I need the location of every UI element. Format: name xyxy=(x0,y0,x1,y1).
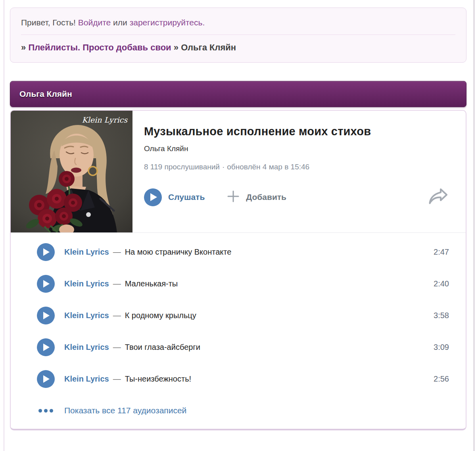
track-artist-link[interactable]: Klein Lyrics xyxy=(64,343,109,351)
play-icon[interactable] xyxy=(37,275,55,293)
track-title[interactable]: На мою страничку Вконтакте xyxy=(125,248,232,256)
show-all-label: Показать все 117 аудиозаписей xyxy=(64,406,186,415)
track-text: Klein Lyrics—Маленькая-ты xyxy=(64,279,178,288)
track-row[interactable]: Klein Lyrics—Твои глаза-айсберги 3:09 xyxy=(11,331,466,363)
track-list: Klein Lyrics—На мою страничку Вконтакте … xyxy=(11,233,466,429)
track-row[interactable]: Klein Lyrics—К родному крыльцу 3:58 xyxy=(11,299,466,331)
track-artist-link[interactable]: Klein Lyrics xyxy=(64,311,109,320)
track-row[interactable]: Klein Lyrics—Ты-неизбежность! 2:56 xyxy=(11,363,466,395)
track-text: Klein Lyrics—На мою страничку Вконтакте xyxy=(64,248,231,257)
show-all-button[interactable]: Показать все 117 аудиозаписей xyxy=(11,395,466,426)
listens-count: 8 119 прослушиваний xyxy=(144,163,220,171)
register-link[interactable]: зарегистрируйтесь. xyxy=(130,18,205,27)
dots-icon xyxy=(37,409,55,413)
breadcrumb-separator: » xyxy=(21,42,26,52)
add-button[interactable]: Добавить xyxy=(227,190,286,204)
greeting-line: Привет, Гость! Войдите или зарегистрируй… xyxy=(21,16,455,35)
track-dash: — xyxy=(109,248,125,256)
track-dash: — xyxy=(109,311,125,320)
playlist-stats: 8 119 прослушиваний·обновлён 4 мар в 15:… xyxy=(144,163,450,171)
track-duration: 3:58 xyxy=(434,311,449,320)
track-artist-link[interactable]: Klein Lyrics xyxy=(64,374,109,383)
section-title: Ольга Кляйн xyxy=(19,89,72,99)
track-text: Klein Lyrics—К родному крыльцу xyxy=(64,311,196,320)
playlist-header: Klein Lyrics Музыкальное исполнение моих… xyxy=(11,111,466,233)
track-dash: — xyxy=(109,343,125,351)
play-icon xyxy=(144,188,162,206)
play-icon[interactable] xyxy=(37,370,55,388)
greeting-text: Привет, Гость! xyxy=(21,18,76,27)
playlist-title: Музыкальное исполнение моих стихов xyxy=(144,125,450,138)
play-icon[interactable] xyxy=(37,243,55,261)
track-duration: 3:09 xyxy=(434,343,449,352)
track-title[interactable]: Маленькая-ты xyxy=(125,279,178,288)
breadcrumb-playlists-link[interactable]: Плейлисты. Просто добавь свои xyxy=(28,42,171,52)
track-artist-link[interactable]: Klein Lyrics xyxy=(64,248,109,256)
playlist-actions: Слушать Добавить xyxy=(144,187,450,207)
section-header-bar: Ольга Кляйн xyxy=(10,81,466,107)
listen-button[interactable]: Слушать xyxy=(144,188,205,206)
track-row[interactable]: Klein Lyrics—На мою страничку Вконтакте … xyxy=(11,236,466,268)
cover-watermark-text: Klein Lyrics xyxy=(82,115,128,125)
breadcrumb-separator: » xyxy=(174,42,178,52)
play-icon[interactable] xyxy=(37,338,55,356)
add-button-label: Добавить xyxy=(246,192,286,202)
share-icon xyxy=(428,187,449,207)
breadcrumb: » Плейлисты. Просто добавь свои » Ольга … xyxy=(21,35,455,54)
plus-icon xyxy=(227,190,240,204)
login-link[interactable]: Войдите xyxy=(78,18,111,27)
track-duration: 2:56 xyxy=(434,374,449,384)
updated-text: обновлён 4 мар в 15:46 xyxy=(227,163,309,171)
track-text: Klein Lyrics—Твои глаза-айсберги xyxy=(64,343,200,352)
track-title[interactable]: К родному крыльцу xyxy=(125,311,196,320)
greeting-breadcrumb-box: Привет, Гость! Войдите или зарегистрируй… xyxy=(10,8,466,63)
track-text: Klein Lyrics—Ты-неизбежность! xyxy=(64,374,191,384)
track-row[interactable]: Klein Lyrics—Маленькая-ты 2:40 xyxy=(11,268,466,299)
listen-button-label: Слушать xyxy=(168,192,205,202)
track-dash: — xyxy=(109,374,125,383)
track-duration: 2:40 xyxy=(434,279,449,288)
breadcrumb-current: Ольга Кляйн xyxy=(181,42,236,52)
stats-separator: · xyxy=(220,163,227,171)
track-artist-link[interactable]: Klein Lyrics xyxy=(64,279,109,288)
play-icon[interactable] xyxy=(37,307,55,324)
track-title[interactable]: Ты-неизбежность! xyxy=(125,374,191,383)
track-dash: — xyxy=(109,279,125,288)
greeting-or: или xyxy=(113,18,127,27)
page-content: Привет, Гость! Войдите или зарегистрируй… xyxy=(0,8,476,430)
playlist-info: Музыкальное исполнение моих стихов Ольга… xyxy=(132,111,466,232)
playlist-card: Klein Lyrics Музыкальное исполнение моих… xyxy=(10,110,466,430)
playlist-artist: Ольга Кляйн xyxy=(144,144,450,153)
share-button[interactable] xyxy=(428,187,449,207)
album-cover-image: Klein Lyrics xyxy=(11,111,132,232)
track-duration: 2:47 xyxy=(434,248,449,257)
track-title[interactable]: Твои глаза-айсберги xyxy=(125,343,200,351)
